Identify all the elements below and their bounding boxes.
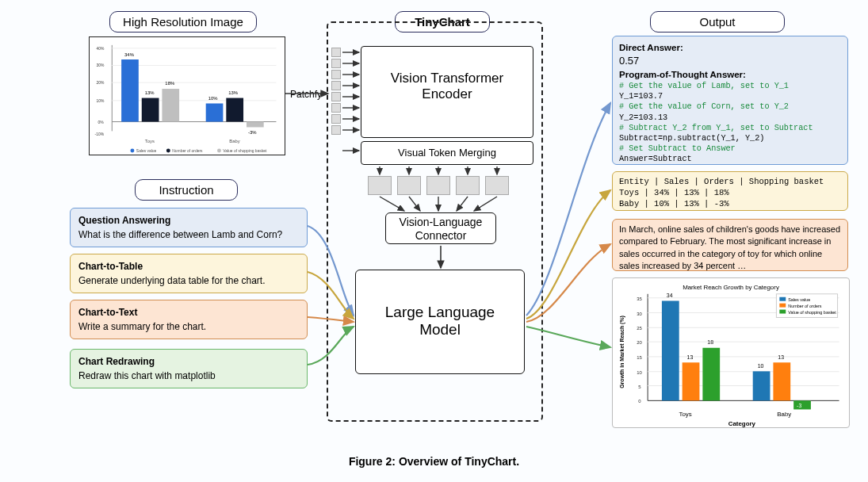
- svg-text:34: 34: [667, 293, 673, 298]
- svg-text:20%: 20%: [97, 81, 105, 85]
- svg-text:0: 0: [638, 399, 641, 404]
- svg-text:Baby: Baby: [229, 139, 240, 143]
- pot-code: # Get the value of Lamb, set to Y_1 Y_1=…: [619, 81, 841, 163]
- svg-text:13: 13: [778, 354, 784, 360]
- direct-answer-value: 0.57: [619, 54, 841, 68]
- svg-text:15: 15: [637, 355, 642, 360]
- output-direct-answer-block: Direct Answer: 0.57 Program-of-Thought A…: [612, 36, 848, 165]
- svg-point-28: [166, 149, 170, 153]
- pot-label: Program-of-Thought Answer:: [619, 68, 841, 81]
- svg-text:Baby: Baby: [777, 411, 791, 418]
- instruction-qa-body: What is the difference between Lamb and …: [78, 228, 299, 242]
- svg-text:18%: 18%: [165, 81, 175, 86]
- instruction-ctxt-title: Chart-to-Text: [78, 305, 299, 319]
- instruction-ctxt-body: Write a summary for the chart.: [78, 319, 299, 334]
- svg-rect-20: [226, 98, 243, 122]
- svg-rect-54: [702, 348, 720, 401]
- high-resolution-image-label: High Resolution Image: [109, 11, 257, 33]
- svg-text:30: 30: [637, 312, 642, 316]
- instruction-crdr-body: Redraw this chart with matplotlib: [78, 369, 299, 383]
- instruction-ctbl-body: Generate underlying data table for the c…: [78, 274, 299, 288]
- large-language-model-box: Large Language Model: [355, 270, 525, 374]
- figure-caption: Figure 2: Overview of TinyChart.: [0, 455, 868, 468]
- svg-rect-69: [779, 304, 786, 308]
- direct-answer-label: Direct Answer:: [619, 41, 841, 54]
- output-chart: Market Reach Growth by Category 0 5 10 1…: [612, 277, 850, 428]
- svg-text:-3%: -3%: [248, 130, 257, 135]
- instruction-chart-redrawing: Chart Redrawing Redraw this chart with m…: [70, 349, 308, 388]
- vlc-label: Vision-Language Connector: [400, 216, 483, 242]
- output-table-block: Entity | Sales | Orders | Shopping baske…: [612, 171, 848, 211]
- svg-rect-16: [162, 89, 179, 122]
- instruction-chart-to-table: Chart-to-Table Generate underlying data …: [70, 254, 308, 293]
- instruction-ctbl-title: Chart-to-Table: [78, 259, 299, 274]
- instruction-chart-to-text: Chart-to-Text Write a summary for the ch…: [70, 300, 308, 339]
- svg-rect-52: [683, 362, 700, 400]
- vision-language-connector-box: Vision-Language Connector: [385, 212, 496, 244]
- svg-text:10%: 10%: [97, 99, 105, 103]
- svg-text:10: 10: [637, 370, 642, 375]
- svg-text:13: 13: [687, 354, 694, 360]
- svg-point-30: [217, 149, 221, 153]
- svg-text:13%: 13%: [145, 90, 155, 95]
- instruction-qa: Question Answering What is the differenc…: [70, 208, 308, 247]
- instruction-qa-title: Question Answering: [78, 213, 299, 228]
- svg-text:Sales value: Sales value: [788, 297, 810, 302]
- svg-text:20: 20: [637, 340, 642, 345]
- svg-text:10%: 10%: [208, 96, 219, 101]
- input-chart: 40% 30% 20% 10% 0% -10% 34% 13% 18% 10% …: [89, 36, 285, 155]
- svg-text:Sales value: Sales value: [136, 149, 157, 153]
- svg-rect-58: [773, 362, 790, 400]
- vision-transformer-encoder-box: Vision Transformer Encoder: [361, 46, 533, 138]
- svg-point-26: [130, 149, 134, 153]
- svg-text:25: 25: [637, 326, 642, 331]
- svg-rect-50: [662, 300, 679, 400]
- svg-rect-67: [779, 297, 786, 301]
- svg-text:Number of orders: Number of orders: [788, 304, 822, 308]
- svg-text:30%: 30%: [97, 63, 105, 67]
- svg-text:Toys: Toys: [679, 411, 691, 418]
- output-label: Output: [650, 11, 785, 33]
- svg-rect-14: [142, 98, 159, 122]
- svg-text:-10%: -10%: [95, 132, 105, 136]
- svg-text:Value of shopping basket: Value of shopping basket: [788, 310, 836, 315]
- svg-rect-18: [206, 103, 224, 121]
- svg-rect-56: [753, 371, 770, 400]
- svg-text:-3: -3: [797, 403, 801, 408]
- instruction-label: Instruction: [135, 179, 238, 201]
- svg-text:0%: 0%: [98, 120, 105, 124]
- vit-label: Vision Transformer Encoder: [391, 71, 503, 101]
- svg-text:Toys: Toys: [145, 139, 155, 143]
- llm-label: Large Language Model: [385, 304, 495, 338]
- svg-text:13%: 13%: [228, 90, 239, 95]
- svg-text:40%: 40%: [97, 47, 105, 51]
- svg-rect-22: [247, 122, 264, 128]
- svg-text:Market Reach Growth by Categor: Market Reach Growth by Category: [683, 284, 779, 291]
- svg-text:Value of shopping basket: Value of shopping basket: [223, 149, 267, 153]
- output-text-block: In March, online sales of children's goo…: [612, 219, 848, 271]
- svg-text:35: 35: [637, 296, 642, 301]
- svg-text:Category: Category: [728, 420, 756, 427]
- svg-text:5: 5: [638, 384, 641, 389]
- patch-tokens-column: [331, 48, 341, 136]
- merged-tokens-row: [368, 176, 509, 195]
- svg-rect-71: [779, 310, 786, 314]
- patchfy-label: Patchfy: [290, 89, 322, 100]
- visual-token-merging-box: Visual Token Merging: [361, 141, 533, 165]
- svg-text:10: 10: [758, 363, 764, 369]
- svg-text:34%: 34%: [124, 52, 135, 57]
- svg-text:18: 18: [707, 339, 713, 345]
- instruction-crdr-title: Chart Redrawing: [78, 354, 299, 369]
- svg-rect-12: [121, 59, 139, 122]
- svg-text:Number of orders: Number of orders: [172, 149, 203, 153]
- svg-text:Growth in Market Reach (%): Growth in Market Reach (%): [619, 316, 625, 388]
